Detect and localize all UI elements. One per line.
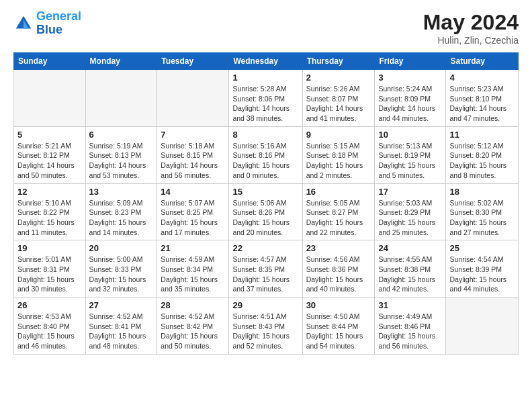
day-info: Sunrise: 4:50 AM Sunset: 8:44 PM Dayligh… <box>306 312 371 351</box>
location: Hulin, Zlin, Czechia <box>423 35 519 46</box>
day-info: Sunrise: 4:52 AM Sunset: 8:41 PM Dayligh… <box>89 312 154 351</box>
table-row: 6Sunrise: 5:19 AM Sunset: 8:13 PM Daylig… <box>85 126 157 183</box>
header-saturday: Saturday <box>446 53 519 70</box>
day-number: 28 <box>161 300 225 310</box>
day-number: 27 <box>89 300 154 310</box>
table-row: 15Sunrise: 5:06 AM Sunset: 8:26 PM Dayli… <box>229 183 302 240</box>
calendar-week-row: 12Sunrise: 5:10 AM Sunset: 8:22 PM Dayli… <box>14 183 519 240</box>
day-number: 29 <box>232 300 298 310</box>
table-row: 8Sunrise: 5:16 AM Sunset: 8:16 PM Daylig… <box>229 126 302 183</box>
table-row: 16Sunrise: 5:05 AM Sunset: 8:27 PM Dayli… <box>302 183 375 240</box>
calendar-week-row: 5Sunrise: 5:21 AM Sunset: 8:12 PM Daylig… <box>14 126 519 183</box>
table-row <box>157 70 229 127</box>
day-info: Sunrise: 5:24 AM Sunset: 8:09 PM Dayligh… <box>378 84 442 124</box>
day-info: Sunrise: 4:49 AM Sunset: 8:46 PM Dayligh… <box>378 312 442 351</box>
day-info: Sunrise: 5:07 AM Sunset: 8:25 PM Dayligh… <box>161 198 225 238</box>
table-row: 1Sunrise: 5:28 AM Sunset: 8:06 PM Daylig… <box>229 70 302 127</box>
day-info: Sunrise: 5:03 AM Sunset: 8:29 PM Dayligh… <box>378 198 442 238</box>
day-number: 17 <box>378 187 442 197</box>
day-info: Sunrise: 4:53 AM Sunset: 8:40 PM Dayligh… <box>17 312 82 351</box>
table-row <box>446 298 519 355</box>
day-info: Sunrise: 4:59 AM Sunset: 8:34 PM Dayligh… <box>161 255 225 294</box>
calendar-week-row: 1Sunrise: 5:28 AM Sunset: 8:06 PM Daylig… <box>14 70 519 127</box>
day-info: Sunrise: 5:18 AM Sunset: 8:15 PM Dayligh… <box>161 141 225 181</box>
day-number: 6 <box>89 130 154 140</box>
day-number: 24 <box>378 243 442 253</box>
day-number: 1 <box>232 73 298 83</box>
day-info: Sunrise: 5:02 AM Sunset: 8:30 PM Dayligh… <box>449 198 515 238</box>
table-row: 7Sunrise: 5:18 AM Sunset: 8:15 PM Daylig… <box>157 126 229 183</box>
table-row: 26Sunrise: 4:53 AM Sunset: 8:40 PM Dayli… <box>14 298 86 355</box>
day-number: 11 <box>449 130 515 140</box>
day-number: 8 <box>232 130 298 140</box>
table-row: 22Sunrise: 4:57 AM Sunset: 8:35 PM Dayli… <box>229 240 302 298</box>
day-number: 23 <box>306 243 371 253</box>
table-row: 17Sunrise: 5:03 AM Sunset: 8:29 PM Dayli… <box>375 183 446 240</box>
logo: General Blue <box>13 10 81 37</box>
day-info: Sunrise: 5:23 AM Sunset: 8:10 PM Dayligh… <box>449 84 515 124</box>
day-info: Sunrise: 4:56 AM Sunset: 8:36 PM Dayligh… <box>306 255 371 294</box>
table-row: 24Sunrise: 4:55 AM Sunset: 8:38 PM Dayli… <box>375 240 446 298</box>
table-row: 29Sunrise: 4:51 AM Sunset: 8:43 PM Dayli… <box>229 298 302 355</box>
day-info: Sunrise: 4:57 AM Sunset: 8:35 PM Dayligh… <box>232 255 298 294</box>
table-row: 28Sunrise: 4:52 AM Sunset: 8:42 PM Dayli… <box>157 298 229 355</box>
day-number: 9 <box>306 130 371 140</box>
table-row: 14Sunrise: 5:07 AM Sunset: 8:25 PM Dayli… <box>157 183 229 240</box>
table-row: 30Sunrise: 4:50 AM Sunset: 8:44 PM Dayli… <box>302 298 375 355</box>
month-title: May 2024 <box>423 10 519 35</box>
day-number: 13 <box>89 187 154 197</box>
day-info: Sunrise: 5:26 AM Sunset: 8:07 PM Dayligh… <box>306 84 371 124</box>
header-tuesday: Tuesday <box>157 53 229 70</box>
day-info: Sunrise: 5:00 AM Sunset: 8:33 PM Dayligh… <box>89 255 154 294</box>
day-info: Sunrise: 5:28 AM Sunset: 8:06 PM Dayligh… <box>232 84 298 124</box>
page: General Blue May 2024 Hulin, Zlin, Czech… <box>0 0 532 361</box>
day-number: 19 <box>17 243 82 253</box>
day-info: Sunrise: 4:54 AM Sunset: 8:39 PM Dayligh… <box>449 255 515 294</box>
table-row: 23Sunrise: 4:56 AM Sunset: 8:36 PM Dayli… <box>302 240 375 298</box>
table-row: 3Sunrise: 5:24 AM Sunset: 8:09 PM Daylig… <box>375 70 446 127</box>
day-info: Sunrise: 5:09 AM Sunset: 8:23 PM Dayligh… <box>89 198 154 238</box>
day-number: 18 <box>449 187 515 197</box>
logo-icon <box>13 13 34 34</box>
table-row: 4Sunrise: 5:23 AM Sunset: 8:10 PM Daylig… <box>446 70 519 127</box>
day-info: Sunrise: 5:06 AM Sunset: 8:26 PM Dayligh… <box>232 198 298 238</box>
calendar-week-row: 26Sunrise: 4:53 AM Sunset: 8:40 PM Dayli… <box>14 298 519 355</box>
day-info: Sunrise: 5:13 AM Sunset: 8:19 PM Dayligh… <box>378 141 442 181</box>
calendar: Sunday Monday Tuesday Wednesday Thursday… <box>13 52 519 355</box>
day-number: 20 <box>89 243 154 253</box>
table-row: 31Sunrise: 4:49 AM Sunset: 8:46 PM Dayli… <box>375 298 446 355</box>
day-number: 5 <box>17 130 82 140</box>
day-number: 22 <box>232 243 298 253</box>
weekday-header-row: Sunday Monday Tuesday Wednesday Thursday… <box>14 53 519 70</box>
header-sunday: Sunday <box>14 53 86 70</box>
logo-text: General Blue <box>36 10 81 37</box>
day-number: 14 <box>161 187 225 197</box>
day-info: Sunrise: 4:52 AM Sunset: 8:42 PM Dayligh… <box>161 312 225 351</box>
table-row: 18Sunrise: 5:02 AM Sunset: 8:30 PM Dayli… <box>446 183 519 240</box>
day-number: 10 <box>378 130 442 140</box>
table-row: 9Sunrise: 5:15 AM Sunset: 8:18 PM Daylig… <box>302 126 375 183</box>
table-row: 13Sunrise: 5:09 AM Sunset: 8:23 PM Dayli… <box>85 183 157 240</box>
day-info: Sunrise: 5:10 AM Sunset: 8:22 PM Dayligh… <box>17 198 82 238</box>
table-row: 20Sunrise: 5:00 AM Sunset: 8:33 PM Dayli… <box>85 240 157 298</box>
day-info: Sunrise: 5:05 AM Sunset: 8:27 PM Dayligh… <box>306 198 371 238</box>
day-number: 4 <box>449 73 515 83</box>
day-info: Sunrise: 5:21 AM Sunset: 8:12 PM Dayligh… <box>17 141 82 181</box>
title-block: May 2024 Hulin, Zlin, Czechia <box>423 10 519 46</box>
header-monday: Monday <box>85 53 157 70</box>
day-info: Sunrise: 5:12 AM Sunset: 8:20 PM Dayligh… <box>449 141 515 181</box>
table-row: 12Sunrise: 5:10 AM Sunset: 8:22 PM Dayli… <box>14 183 86 240</box>
table-row: 5Sunrise: 5:21 AM Sunset: 8:12 PM Daylig… <box>14 126 86 183</box>
day-info: Sunrise: 4:51 AM Sunset: 8:43 PM Dayligh… <box>232 312 298 351</box>
header: General Blue May 2024 Hulin, Zlin, Czech… <box>13 10 519 46</box>
day-info: Sunrise: 5:01 AM Sunset: 8:31 PM Dayligh… <box>17 255 82 294</box>
header-friday: Friday <box>375 53 446 70</box>
table-row: 21Sunrise: 4:59 AM Sunset: 8:34 PM Dayli… <box>157 240 229 298</box>
day-number: 2 <box>306 73 371 83</box>
header-thursday: Thursday <box>302 53 375 70</box>
calendar-week-row: 19Sunrise: 5:01 AM Sunset: 8:31 PM Dayli… <box>14 240 519 298</box>
day-number: 31 <box>378 300 442 310</box>
day-number: 25 <box>449 243 515 253</box>
table-row: 25Sunrise: 4:54 AM Sunset: 8:39 PM Dayli… <box>446 240 519 298</box>
day-number: 21 <box>161 243 225 253</box>
